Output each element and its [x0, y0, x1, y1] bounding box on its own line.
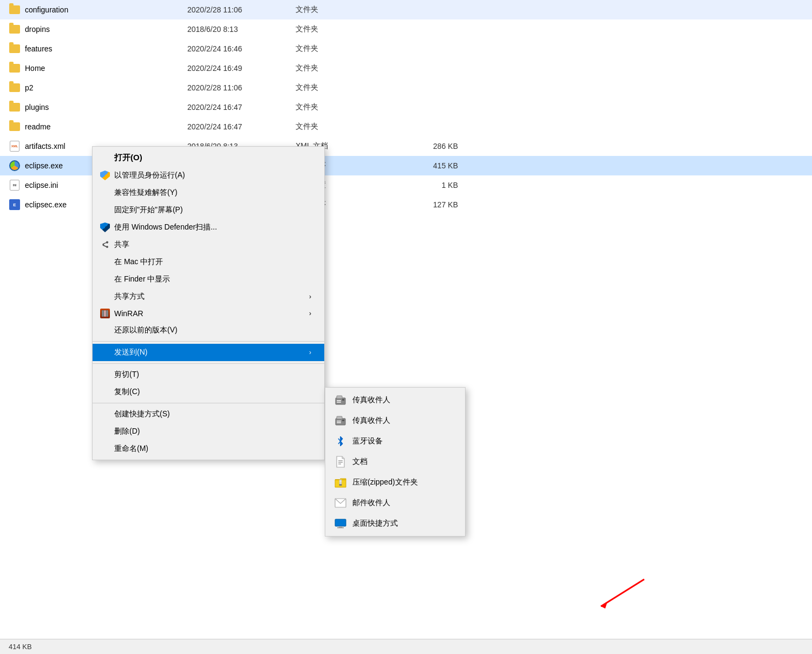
submenu-arrow-winrar: › — [298, 310, 311, 317]
file-row-readme[interactable]: readme 2020/2/24 16:47 文件夹 — [0, 117, 812, 136]
submenu-arrow: › — [298, 293, 311, 300]
menu-label-share: 共享 — [114, 240, 129, 250]
svg-rect-9 — [337, 416, 342, 419]
document-icon — [334, 455, 347, 468]
file-type: 文件夹 — [296, 24, 404, 34]
zip-folder-icon — [334, 476, 347, 489]
menu-item-copy[interactable]: 复制(C) — [93, 383, 324, 401]
menu-label-open-finder: 在 Finder 中显示 — [114, 274, 170, 284]
menu-item-create-shortcut[interactable]: 创建快捷方式(S) — [93, 406, 324, 423]
submenu-item-fax1[interactable]: 传真收件人 — [325, 390, 465, 410]
menu-item-share-method[interactable]: 共享方式 › — [93, 288, 324, 305]
submenu-label-desktop: 桌面快捷方式 — [352, 519, 398, 528]
share-icon — [99, 239, 111, 251]
file-name: configuration — [25, 5, 187, 14]
submenu-item-bluetooth[interactable]: 蓝牙设备 — [325, 431, 465, 452]
menu-label-delete: 删除(D) — [114, 427, 140, 436]
fax1-icon — [334, 394, 347, 407]
menu-item-defender[interactable]: 使用 Windows Defender扫描... — [93, 219, 324, 236]
menu-item-compatibility[interactable]: 兼容性疑难解答(Y) — [93, 184, 324, 201]
share-method-icon — [99, 291, 111, 303]
menu-item-send-to[interactable]: 发送到(N) › — [93, 344, 324, 361]
folder-icon — [9, 4, 21, 16]
file-size: 1 KB — [404, 181, 458, 189]
svg-rect-8 — [336, 418, 345, 425]
submenu-label-zip: 压缩(zipped)文件夹 — [352, 478, 418, 487]
menu-label-send-to: 发送到(N) — [114, 348, 147, 357]
file-size: 286 KB — [404, 142, 458, 151]
folder-icon — [9, 62, 21, 74]
svg-rect-5 — [342, 399, 344, 401]
menu-item-winrar[interactable]: WinRAR › — [93, 305, 324, 322]
submenu-item-mail[interactable]: 邮件收件人 — [325, 493, 465, 513]
menu-item-open-finder[interactable]: 在 Finder 中显示 — [93, 271, 324, 288]
svg-rect-1 — [104, 310, 106, 317]
svg-rect-16 — [339, 480, 342, 481]
svg-line-25 — [601, 579, 644, 606]
menu-item-restore[interactable]: 还原以前的版本(V) — [93, 322, 324, 339]
submenu-item-zip[interactable]: 压缩(zipped)文件夹 — [325, 472, 465, 493]
defender-icon — [99, 221, 111, 233]
menu-item-open-mac[interactable]: 在 Mac 中打开 — [93, 253, 324, 271]
file-type: 文件夹 — [296, 122, 404, 132]
context-menu: 打开(O) 以管理员身份运行(A) 兼容性疑难解答(Y) 固定到"开始"屏幕(P… — [92, 146, 325, 460]
menu-item-rename[interactable]: 重命名(M) — [93, 440, 324, 457]
submenu-arrow-send-to: › — [298, 349, 311, 356]
file-row-home[interactable]: Home 2020/2/24 16:49 文件夹 — [0, 58, 812, 78]
menu-item-open[interactable]: 打开(O) — [93, 149, 324, 167]
submenu-item-desktop[interactable]: 桌面快捷方式 — [325, 513, 465, 534]
svg-rect-4 — [337, 396, 342, 398]
uac-shield-icon — [99, 169, 111, 181]
svg-rect-0 — [102, 310, 104, 317]
winrar-icon — [99, 308, 111, 319]
restore-icon — [99, 324, 111, 336]
submenu-label-document: 文档 — [352, 457, 368, 467]
svg-rect-24 — [337, 527, 344, 528]
menu-label-copy: 复制(C) — [114, 387, 140, 397]
rename-icon — [99, 443, 111, 455]
file-type: 文件夹 — [296, 44, 404, 54]
menu-item-run-as-admin[interactable]: 以管理员身份运行(A) — [93, 167, 324, 184]
file-row-plugins[interactable]: plugins 2020/2/24 16:47 文件夹 — [0, 97, 812, 117]
file-name: dropins — [25, 25, 187, 34]
menu-item-cut[interactable]: 剪切(T) — [93, 366, 324, 383]
file-date: 2018/6/20 8:13 — [187, 25, 296, 34]
file-name: p2 — [25, 83, 187, 92]
send-to-submenu: 传真收件人 传真收件人 蓝牙设备 — [325, 387, 466, 537]
file-row-dropins[interactable]: dropins 2018/6/20 8:13 文件夹 — [0, 19, 812, 39]
menu-separator-3 — [93, 403, 324, 403]
file-date: 2020/2/24 16:47 — [187, 122, 296, 131]
file-row-p2[interactable]: p2 2020/2/28 11:06 文件夹 — [0, 78, 812, 97]
submenu-label-bluetooth: 蓝牙设备 — [352, 436, 383, 446]
status-bar: 414 KB — [0, 639, 812, 654]
ini-file-icon: INI — [9, 179, 21, 191]
menu-item-pin-start[interactable]: 固定到"开始"屏幕(P) — [93, 201, 324, 219]
status-text: 414 KB — [9, 643, 32, 651]
menu-label-create-shortcut: 创建快捷方式(S) — [114, 409, 170, 419]
menu-item-delete[interactable]: 删除(D) — [93, 423, 324, 440]
svg-rect-2 — [106, 310, 108, 317]
red-arrow-annotation — [568, 574, 655, 619]
menu-label-open-mac: 在 Mac 中打开 — [114, 257, 163, 267]
menu-label-pin-start: 固定到"开始"屏幕(P) — [114, 205, 183, 215]
menu-item-share[interactable]: 共享 — [93, 236, 324, 253]
svg-rect-10 — [342, 420, 344, 421]
xml-file-icon: XML — [9, 140, 21, 152]
submenu-item-document[interactable]: 文档 — [325, 452, 465, 472]
menu-label-share-method: 共享方式 — [114, 292, 145, 302]
delete-icon — [99, 426, 111, 437]
file-row-configuration[interactable]: configuration 2020/2/28 11:06 文件夹 — [0, 0, 812, 19]
file-row-features[interactable]: features 2020/2/24 16:46 文件夹 — [0, 39, 812, 58]
svg-rect-22 — [335, 519, 346, 526]
pin-icon — [99, 204, 111, 216]
file-type: 文件夹 — [296, 83, 404, 93]
folder-icon — [9, 23, 21, 35]
file-type: 文件夹 — [296, 5, 404, 15]
fax2-icon — [334, 414, 347, 427]
menu-label-defender: 使用 Windows Defender扫描... — [114, 223, 217, 232]
svg-rect-6 — [337, 400, 341, 401]
svg-rect-19 — [339, 483, 342, 484]
file-name: features — [25, 44, 187, 53]
menu-separator-2 — [93, 363, 324, 364]
submenu-item-fax2[interactable]: 传真收件人 — [325, 410, 465, 431]
